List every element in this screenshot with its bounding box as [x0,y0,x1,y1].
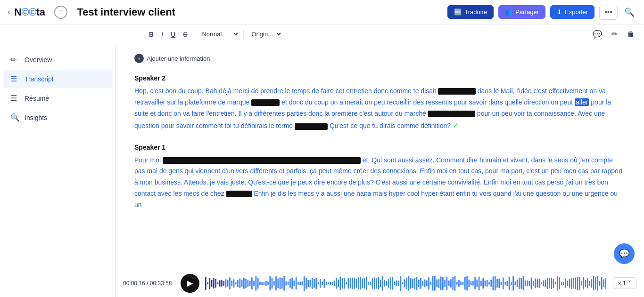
edit-icon[interactable]: ✏ [610,28,619,40]
svg-rect-81 [368,282,369,284]
sidebar-item-resume[interactable]: ☰ Résumé [3,89,112,107]
strikethrough-button[interactable]: S [180,29,190,40]
svg-rect-107 [420,278,421,289]
svg-rect-88 [382,276,383,290]
play-button[interactable]: ▶ [181,274,199,293]
sidebar-item-transcript[interactable]: ☰ Transcript [3,70,112,88]
svg-rect-1 [207,282,208,284]
svg-rect-138 [482,278,484,289]
svg-rect-44 [294,280,295,286]
svg-rect-67 [340,276,341,290]
svg-rect-193 [593,276,594,290]
svg-rect-149 [504,282,506,284]
svg-rect-47 [299,281,301,285]
svg-rect-85 [376,278,377,289]
svg-rect-5 [215,279,216,288]
svg-rect-45 [296,277,297,289]
svg-rect-173 [553,279,554,288]
svg-rect-116 [438,279,440,288]
svg-rect-121 [448,280,450,286]
chat-fab-button[interactable]: 💬 [614,243,635,264]
svg-rect-86 [378,277,380,289]
help-button[interactable]: ? [54,6,67,19]
svg-rect-34 [273,281,275,285]
share-icon: 👥 [505,8,512,16]
svg-rect-144 [495,276,496,290]
clear-icon[interactable]: 🗑 [625,28,636,40]
svg-rect-17 [239,278,240,288]
bold-button[interactable]: B [146,29,157,40]
more-options-button[interactable]: ••• [599,5,618,20]
svg-rect-36 [277,278,279,288]
origin-select[interactable]: Origin... [248,29,282,39]
svg-rect-191 [589,281,590,286]
svg-rect-46 [297,282,299,285]
svg-rect-32 [269,276,271,290]
svg-rect-49 [304,276,305,291]
svg-rect-184 [575,277,576,289]
toolbar-separator [194,30,194,39]
svg-rect-33 [272,278,273,288]
translate-button[interactable]: 🔤 Traduire [447,5,494,19]
svg-rect-120 [446,276,448,290]
svg-rect-154 [515,281,516,285]
svg-rect-16 [237,280,239,287]
svg-rect-159 [525,280,526,286]
search-icon: 🔍 [624,8,635,17]
speed-control[interactable]: x 1 ˅ [613,277,636,289]
waveform[interactable] [205,275,607,292]
add-info-button[interactable]: + Ajouter une information [134,52,625,65]
italic-button[interactable]: I [158,29,166,40]
svg-rect-75 [356,279,357,287]
underline-button[interactable]: U [168,29,178,40]
page-title: Test interview client [77,6,442,18]
share-button[interactable]: 👥 Partager [498,5,545,19]
svg-rect-59 [324,279,325,288]
svg-rect-0 [205,276,206,289]
svg-rect-19 [243,278,245,289]
svg-rect-48 [302,281,303,285]
svg-rect-192 [591,279,593,287]
transcript-scroll[interactable]: + Ajouter une information Speaker 2 Hop,… [116,44,644,269]
svg-rect-157 [520,277,522,289]
svg-rect-91 [388,279,389,288]
svg-rect-145 [496,279,498,288]
translate-icon: 🔤 [454,8,462,16]
comment-icon[interactable]: 💬 [591,28,604,40]
svg-rect-180 [567,281,568,286]
svg-rect-13 [231,280,232,286]
svg-rect-78 [362,278,363,288]
svg-rect-62 [330,281,331,284]
svg-rect-111 [428,277,429,289]
search-button[interactable]: 🔍 [622,5,636,19]
sidebar-item-overview[interactable]: ✏ Overview [3,50,112,69]
svg-rect-170 [547,277,548,289]
svg-rect-94 [394,281,396,285]
svg-rect-11 [227,280,229,286]
speaker-1-text: Pour moi et. Qui sont aussi assez. Comme… [134,155,625,211]
svg-rect-77 [360,277,361,289]
svg-rect-101 [408,276,410,290]
svg-rect-96 [398,280,399,286]
svg-rect-179 [565,279,566,288]
svg-rect-166 [539,279,540,288]
svg-rect-105 [416,277,418,290]
svg-rect-133 [472,281,474,285]
chat-icon: 💬 [619,249,629,259]
svg-rect-100 [406,277,407,289]
back-button[interactable]: ‹ [8,7,10,17]
sidebar: ✏ Overview ☰ Transcript ☰ Résumé 🔍 Insig… [0,44,116,297]
svg-rect-151 [509,277,510,290]
sidebar-item-insights[interactable]: 🔍 Insights [3,108,112,127]
svg-rect-162 [531,277,532,289]
svg-rect-26 [257,278,259,289]
svg-rect-89 [384,280,385,287]
svg-rect-28 [261,281,263,285]
svg-rect-113 [432,276,434,291]
svg-rect-83 [372,278,373,289]
svg-rect-176 [559,277,560,289]
text-style-select[interactable]: Normal Heading 1 Heading 2 [198,29,239,39]
svg-rect-125 [456,281,458,284]
export-button[interactable]: ⬇ Exporter [550,5,594,19]
svg-rect-132 [471,281,472,285]
